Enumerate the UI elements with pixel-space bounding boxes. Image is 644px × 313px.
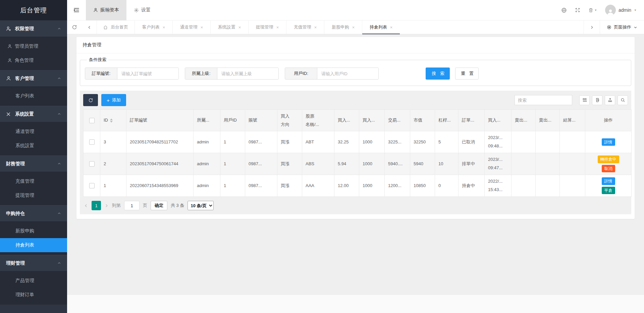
close-icon[interactable]: × xyxy=(276,25,279,30)
select-all-checkbox[interactable] xyxy=(89,118,95,123)
row-checkbox[interactable] xyxy=(89,183,95,188)
close-icon[interactable]: × xyxy=(238,25,241,30)
order-no-input[interactable] xyxy=(117,68,178,79)
sidebar-item-role-management[interactable]: 角色管理 xyxy=(0,53,67,68)
close-icon[interactable]: × xyxy=(163,25,165,30)
sidebar-item-system-settings[interactable]: 系统設置 xyxy=(0,139,67,153)
tab-label: 新股申购 xyxy=(332,24,349,30)
cell-leverage: 5 xyxy=(435,131,459,153)
table-header-row: ID 訂單編號 所屬... 用戶ID 賬號 買入 方向 股票 名稱/... 買入… xyxy=(84,110,632,131)
cell-account: 0987... xyxy=(245,175,277,197)
columns-toggle-icon[interactable] xyxy=(579,95,590,105)
cell-account: 0987... xyxy=(245,153,277,175)
close-icon[interactable]: × xyxy=(352,25,355,30)
tab-home[interactable]: 后台首页 xyxy=(97,20,135,34)
cell-account: 0987... xyxy=(245,131,277,153)
globe-icon[interactable] xyxy=(561,7,567,13)
gear-icon xyxy=(134,8,139,13)
chevron-up-icon xyxy=(57,212,61,215)
cell-sell-time xyxy=(536,175,560,197)
sidebar-item-position-list[interactable]: 持倉列表 xyxy=(0,238,67,252)
sidebar-group-header-wealth[interactable]: 理财管理 xyxy=(0,255,67,271)
add-button[interactable]: + 添加 xyxy=(101,94,126,106)
parent-agent-field-group: 所屬上級: xyxy=(185,68,279,80)
close-icon[interactable]: × xyxy=(390,25,393,30)
next-page-icon[interactable] xyxy=(104,204,109,208)
row-checkbox[interactable] xyxy=(89,161,95,167)
per-page-select[interactable]: 10 条/页 xyxy=(187,201,214,210)
main-area: 振翰资本 设置 ▼ admin ▼ 后台首页 xyxy=(67,0,644,313)
tab-withdraw-management[interactable]: 提现管理 × xyxy=(248,20,286,34)
reset-button[interactable]: 重 置 xyxy=(455,68,479,80)
sidebar-item-admin-management[interactable]: 管理员管理 xyxy=(0,39,67,53)
detail-button[interactable]: 詳情 xyxy=(602,177,615,185)
cell-order-status: 排單中 xyxy=(459,153,485,175)
chevron-up-icon xyxy=(57,112,61,116)
sidebar-group-header-permissions[interactable]: 权限管理 xyxy=(0,20,67,37)
close-icon[interactable]: × xyxy=(201,25,203,30)
sidebar-group-positions: 申购持仓 新股申购 持倉列表 xyxy=(0,205,67,255)
sidebar-item-product-management[interactable]: 产品管理 xyxy=(0,274,67,288)
scroll-tabs-right-icon[interactable] xyxy=(584,20,600,34)
tab-recharge-management[interactable]: 充值管理 × xyxy=(286,20,324,34)
search-button[interactable]: 搜 索 xyxy=(426,68,450,80)
print-icon[interactable] xyxy=(592,95,602,105)
cell-order-no: 20220607154348553969 xyxy=(126,175,194,197)
magnifier-icon[interactable] xyxy=(618,95,628,105)
row-checkbox[interactable] xyxy=(89,139,95,145)
sidebar-group-header-finance[interactable]: 財務管理 xyxy=(0,155,67,172)
scroll-tabs-left-icon[interactable] xyxy=(82,20,97,34)
export-icon[interactable] xyxy=(605,95,615,105)
transfer-position-button[interactable]: 轉持倉中 xyxy=(598,155,619,163)
user-id-input[interactable] xyxy=(317,68,378,79)
cell-order-status: 已取消 xyxy=(459,131,485,153)
sort-icon[interactable] xyxy=(110,119,113,123)
parent-agent-input[interactable] xyxy=(217,68,278,79)
close-icon[interactable]: × xyxy=(314,25,317,30)
confirm-page-button[interactable]: 确定 xyxy=(151,201,167,210)
sidebar-group-label: 权限管理 xyxy=(15,26,34,32)
col-order-no: 訂單編號 xyxy=(126,110,194,131)
app-logo-title: 后台管理 xyxy=(0,0,67,20)
trash-icon[interactable]: ▼ xyxy=(588,7,597,13)
topbar: 振翰资本 设置 ▼ admin ▼ xyxy=(67,0,644,20)
app-tab-label: 设置 xyxy=(141,7,151,13)
table-panel: + 添加 xyxy=(80,91,631,214)
tab-system-settings[interactable]: 系统設置 × xyxy=(210,20,248,34)
sidebar-item-customer-list[interactable]: 客户列表 xyxy=(0,89,67,103)
cancel-button[interactable]: 取消 xyxy=(602,165,615,173)
sidebar-group-label: 系统設置 xyxy=(15,111,34,117)
sidebar-item-wealth-orders[interactable]: 理财订单 xyxy=(0,288,67,302)
cell-parent: admin xyxy=(194,175,220,197)
detail-button[interactable]: 詳情 xyxy=(602,138,615,146)
refresh-table-button[interactable] xyxy=(83,94,98,106)
tab-customer-list[interactable]: 客户列表 × xyxy=(135,20,172,34)
page-content: 持倉管理 条件搜索 訂單編號: 所屬上級: 用戶I xyxy=(67,34,644,295)
app-tab-settings[interactable]: 设置 xyxy=(126,0,158,20)
sidebar-item-recharge-management[interactable]: 充值管理 xyxy=(0,174,67,188)
sidebar-item-ipo-subscription[interactable]: 新股申购 xyxy=(0,224,67,238)
sidebar-item-withdraw-management[interactable]: 提现管理 xyxy=(0,188,67,203)
close-position-button[interactable]: 平倉 xyxy=(602,187,615,194)
table-search-input[interactable] xyxy=(515,95,572,105)
user-menu[interactable]: admin ▼ xyxy=(605,5,637,15)
app-tab-company[interactable]: 振翰资本 xyxy=(86,0,126,20)
goto-page-input[interactable] xyxy=(124,201,140,210)
fullscreen-icon[interactable] xyxy=(575,7,580,13)
tab-position-list[interactable]: 持倉列表 × xyxy=(362,20,400,34)
page-number-1[interactable]: 1 xyxy=(92,201,101,210)
sidebar-group-header-system[interactable]: 系统設置 xyxy=(0,106,67,122)
prev-page-icon[interactable] xyxy=(84,204,88,208)
menu-fold-icon[interactable] xyxy=(67,0,86,20)
cell-user-id: 1 xyxy=(220,153,245,175)
refresh-tabs-icon[interactable] xyxy=(67,20,82,34)
tab-ipo-subscription[interactable]: 新股申购 × xyxy=(324,20,362,34)
tab-channel-management[interactable]: 通道管理 × xyxy=(172,20,210,34)
sidebar-item-channel-management[interactable]: 通道管理 xyxy=(0,125,67,139)
tab-label: 客户列表 xyxy=(142,24,160,30)
sidebar-group-header-customers[interactable]: 客户管理 xyxy=(0,70,67,86)
sidebar-item-label: 理财订单 xyxy=(15,292,34,298)
page-operations-dropdown[interactable]: 页面操作 xyxy=(600,20,644,34)
cell-user-id: 1 xyxy=(220,131,245,153)
sidebar-group-header-positions[interactable]: 申购持仓 xyxy=(0,205,67,221)
